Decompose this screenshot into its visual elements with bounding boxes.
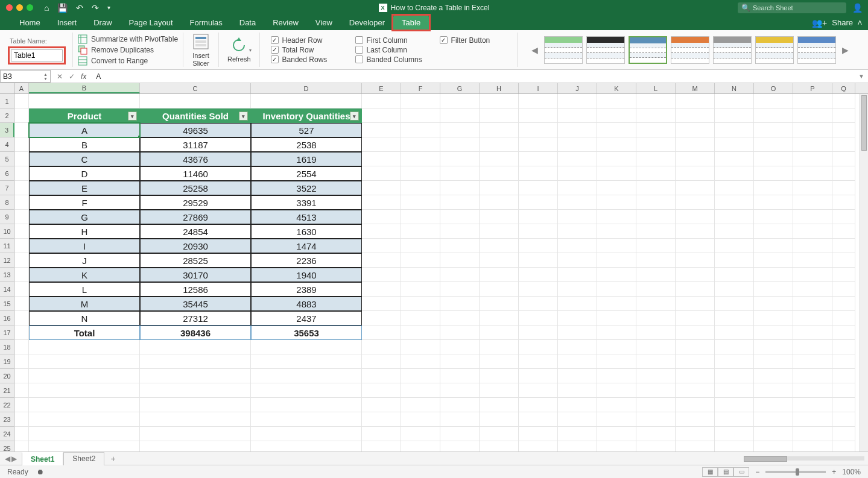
cell[interactable]	[440, 195, 480, 210]
cell[interactable]	[715, 412, 754, 427]
cell[interactable]	[597, 354, 636, 369]
cell[interactable]	[362, 297, 401, 311]
cell[interactable]	[597, 268, 636, 282]
cell[interactable]	[754, 239, 793, 253]
cell[interactable]	[362, 152, 401, 166]
cell[interactable]	[715, 383, 754, 398]
macro-record-icon[interactable]: ⏺	[37, 468, 44, 476]
cell[interactable]	[715, 152, 754, 166]
cell[interactable]	[14, 354, 29, 369]
filter-dropdown-icon[interactable]: ▾	[350, 112, 359, 121]
cell[interactable]	[754, 427, 793, 441]
cell[interactable]	[519, 239, 558, 253]
cell[interactable]	[558, 297, 597, 311]
expand-formula-bar-icon[interactable]: ▼	[855, 73, 868, 80]
cell[interactable]	[480, 340, 519, 354]
cell[interactable]	[140, 412, 251, 427]
cell[interactable]	[636, 253, 676, 268]
cell[interactable]	[558, 441, 597, 451]
cell[interactable]	[754, 224, 793, 239]
cell[interactable]: 43676	[140, 152, 251, 166]
cell[interactable]	[558, 412, 597, 427]
column-header[interactable]: I	[519, 83, 558, 93]
cell[interactable]	[480, 383, 519, 398]
cell[interactable]	[676, 224, 715, 239]
cell[interactable]	[793, 137, 832, 152]
cell[interactable]	[480, 152, 519, 166]
cell[interactable]	[401, 412, 440, 427]
cell[interactable]	[558, 195, 597, 210]
cell[interactable]	[14, 181, 29, 195]
cell[interactable]	[754, 383, 793, 398]
cell[interactable]	[715, 137, 754, 152]
cell[interactable]	[793, 383, 832, 398]
cell[interactable]	[832, 253, 855, 268]
cancel-formula-icon[interactable]: ✕	[57, 72, 63, 81]
cell[interactable]	[140, 94, 251, 108]
cell[interactable]	[715, 210, 754, 224]
cell[interactable]	[754, 297, 793, 311]
cell[interactable]: 3522	[251, 181, 362, 195]
cell[interactable]	[362, 369, 401, 383]
cell[interactable]	[401, 224, 440, 239]
cell[interactable]	[14, 224, 29, 239]
cell[interactable]	[793, 94, 832, 108]
cell[interactable]: 398436	[140, 325, 251, 340]
cell[interactable]	[440, 412, 480, 427]
cell[interactable]	[14, 282, 29, 297]
cell[interactable]: 1619	[251, 152, 362, 166]
cell[interactable]	[480, 282, 519, 297]
cell[interactable]	[558, 210, 597, 224]
cell[interactable]	[14, 123, 29, 137]
cell[interactable]	[715, 282, 754, 297]
cell[interactable]	[480, 311, 519, 325]
cell[interactable]	[401, 181, 440, 195]
zoom-in-button[interactable]: +	[832, 468, 836, 476]
profile-icon[interactable]: 👤	[852, 3, 862, 13]
row-header[interactable]: 16	[0, 311, 14, 325]
cell[interactable]	[558, 369, 597, 383]
row-header[interactable]: 14	[0, 282, 14, 297]
cell[interactable]	[14, 239, 29, 253]
fx-icon[interactable]: fx	[81, 72, 86, 81]
sheet-tab[interactable]: Sheet2	[63, 452, 104, 465]
cell[interactable]	[715, 369, 754, 383]
cell[interactable]	[754, 137, 793, 152]
cell[interactable]	[715, 398, 754, 412]
cell[interactable]: 31187	[140, 137, 251, 152]
cell[interactable]	[401, 152, 440, 166]
table-style-swatch[interactable]	[629, 36, 667, 64]
cell[interactable]	[793, 340, 832, 354]
remove-duplicates-button[interactable]: Remove Duplicates	[78, 45, 178, 55]
row-header[interactable]: 3	[0, 123, 14, 137]
cell[interactable]	[597, 311, 636, 325]
cell[interactable]	[676, 282, 715, 297]
cell[interactable]	[832, 137, 855, 152]
cell[interactable]	[29, 427, 140, 441]
cell[interactable]: 24854	[140, 224, 251, 239]
cell[interactable]	[558, 268, 597, 282]
cell[interactable]: 527	[251, 123, 362, 137]
column-header[interactable]: J	[558, 83, 597, 93]
cell[interactable]	[401, 369, 440, 383]
cell[interactable]	[362, 108, 401, 123]
cell[interactable]	[440, 166, 480, 181]
row-header[interactable]: 1	[0, 94, 14, 108]
cell[interactable]	[597, 181, 636, 195]
cell[interactable]	[754, 94, 793, 108]
column-header[interactable]: N	[715, 83, 754, 93]
column-header[interactable]: F	[401, 83, 440, 93]
cell[interactable]	[676, 354, 715, 369]
row-header[interactable]: 13	[0, 268, 14, 282]
cell[interactable]	[715, 311, 754, 325]
column-header[interactable]: B	[29, 83, 140, 93]
cell[interactable]	[676, 412, 715, 427]
cell[interactable]	[519, 369, 558, 383]
cell[interactable]	[676, 383, 715, 398]
cell[interactable]	[558, 123, 597, 137]
cell[interactable]	[793, 210, 832, 224]
cell[interactable]	[676, 369, 715, 383]
cell[interactable]	[362, 412, 401, 427]
cell[interactable]	[251, 398, 362, 412]
cell[interactable]	[558, 427, 597, 441]
